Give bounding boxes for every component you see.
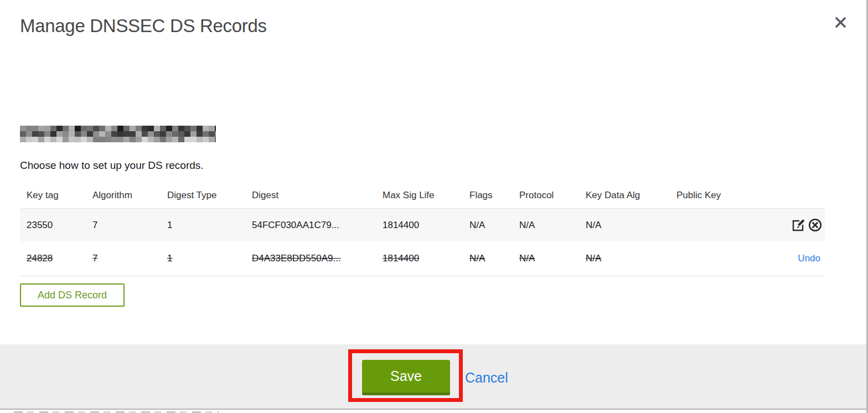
cell-flags: N/A [469,253,519,264]
column-header-digest: Digest [252,190,383,201]
page-title: Manage DNSSEC DS Records [20,16,267,37]
close-button[interactable] [831,13,849,31]
redacted-domain-name [20,126,216,142]
cell-digest-type: 1 [167,220,252,231]
cell-algorithm: 7 [92,220,167,231]
cell-flags: N/A [469,220,519,231]
dnssec-modal: Manage DNSSEC DS Records Choose how to s… [0,0,868,413]
ds-records-table: Key tag Algorithm Digest Type Digest Max… [20,183,825,276]
edit-record-button[interactable] [790,218,806,233]
cell-key-data-alg: N/A [586,253,676,264]
cell-key-tag: 24828 [27,253,92,264]
column-header-protocol: Protocol [519,190,586,201]
undo-link[interactable]: Undo [798,253,820,264]
column-header-key-data-alg: Key Data Alg [586,190,676,201]
cancel-link[interactable]: Cancel [465,370,508,386]
row-actions: Undo [754,253,825,264]
table-row-deleted: 24828 7 1 D4A33E8DD550A9... 1814400 N/A … [20,241,825,276]
row-actions [754,218,825,233]
save-button[interactable]: Save [362,360,450,395]
column-header-flags: Flags [469,190,519,201]
cell-max-sig-life: 1814400 [383,253,469,264]
cell-digest: 54FCF030AA1C79... [252,220,383,231]
cell-key-tag: 23550 [27,220,92,231]
column-header-public-key: Public Key [676,190,754,201]
column-header-max-sig-life: Max Sig Life [383,190,469,201]
cell-protocol: N/A [519,253,586,264]
table-row: 23550 7 1 54FCF030AA1C79... 1814400 N/A … [20,209,825,241]
cell-algorithm: 7 [92,253,167,264]
cell-digest-type: 1 [167,253,252,264]
delete-record-button[interactable] [807,218,823,233]
table-header-row: Key tag Algorithm Digest Type Digest Max… [20,183,825,209]
cell-max-sig-life: 1814400 [383,220,469,231]
column-header-key-tag: Key tag [27,190,92,201]
cell-key-data-alg: N/A [586,220,676,231]
cell-protocol: N/A [519,220,586,231]
cell-digest: D4A33E8DD550A9... [252,253,383,264]
add-ds-record-button[interactable]: Add DS Record [20,283,125,307]
instruction-text: Choose how to set up your DS records. [20,159,204,172]
column-header-algorithm: Algorithm [92,190,167,201]
close-icon [834,16,847,29]
column-header-digest-type: Digest Type [167,190,252,201]
edit-icon [791,218,805,233]
delete-circle-x-icon [808,218,823,233]
